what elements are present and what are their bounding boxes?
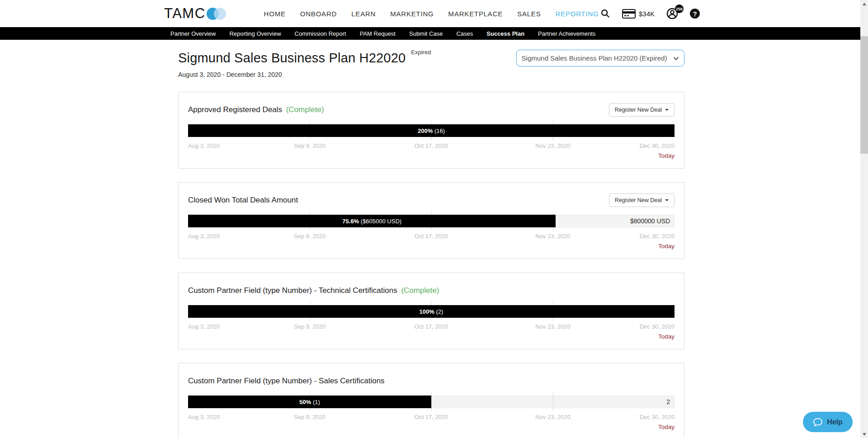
help-icon[interactable]: ? xyxy=(690,9,700,19)
goal-title: Closed Won Total Deals Amount xyxy=(188,196,298,205)
subnav-partner-achievements[interactable]: Partner Achievements xyxy=(538,30,595,37)
scrollbar[interactable] xyxy=(860,0,868,438)
register-new-deal-button[interactable]: Register New Deal xyxy=(609,193,675,207)
progress-label: 100% (2) xyxy=(420,308,443,315)
help-chat-button[interactable]: Help xyxy=(803,412,853,432)
register-new-deal-button[interactable]: Register New Deal xyxy=(609,103,675,117)
goal-title: Approved Registered Deals (Complete) xyxy=(188,105,324,114)
chevron-down-icon xyxy=(673,57,679,61)
credit-card-icon xyxy=(622,9,636,19)
caret-down-icon xyxy=(665,109,669,111)
logo-text: TAMC xyxy=(164,5,206,22)
progress-bar: 100% (2) xyxy=(188,305,675,318)
nav-sales[interactable]: SALES xyxy=(517,10,541,18)
today-label: Today xyxy=(188,424,675,430)
goal-status: (Complete) xyxy=(401,286,439,295)
user-notifications[interactable]: 256 xyxy=(666,8,678,19)
chat-bubble-icon xyxy=(813,418,823,427)
goal-card-sales-certifications: Custom Partner Field (type Number) - Sal… xyxy=(178,363,684,438)
target-label: $800000 USD xyxy=(630,217,670,225)
today-label: Today xyxy=(188,152,675,159)
logo-mark xyxy=(207,8,226,20)
subnav-submit-case[interactable]: Submit Case xyxy=(409,30,443,37)
subnav-cases[interactable]: Cases xyxy=(456,30,473,37)
gridline-50 xyxy=(431,392,432,411)
goal-card-closed-won-total: Closed Won Total Deals Amount Register N… xyxy=(178,182,684,259)
progress-bar-fill: 75.6% ($605000 USD) xyxy=(188,215,556,227)
goal-card-technical-certifications: Custom Partner Field (type Number) - Tec… xyxy=(178,273,684,349)
balance-widget[interactable]: $34K xyxy=(622,9,655,19)
plan-date-range: August 3, 2020 - December 31, 2020 xyxy=(178,71,431,78)
subnav-commission-report[interactable]: Commission Report xyxy=(295,30,346,37)
nav-onboard[interactable]: ONBOARD xyxy=(300,10,337,18)
progress-bar: 200% (16) xyxy=(188,124,675,137)
timeline-dates: Aug 3, 2020 Sep 9, 2020 Oct 17, 2020 Nov… xyxy=(188,142,675,150)
plan-select-dropdown[interactable]: Sigmund Sales Business Plan H22020 (Expi… xyxy=(516,50,684,66)
goal-status: (Complete) xyxy=(286,105,324,114)
notification-badge: 256 xyxy=(675,5,684,13)
today-label: Today xyxy=(188,333,675,340)
progress-bar-fill: 50% (1) xyxy=(188,396,431,408)
scrollbar-up-arrow[interactable] xyxy=(860,0,868,8)
timeline-dates: Aug 3, 2020 Sep 9, 2020 Oct 17, 2020 Nov… xyxy=(188,323,675,330)
nav-learn[interactable]: LEARN xyxy=(351,10,376,18)
progress-label: 50% (1) xyxy=(299,399,320,405)
timeline-dates: Aug 3, 2020 Sep 9, 2020 Oct 17, 2020 Nov… xyxy=(188,414,675,421)
scrollbar-down-arrow[interactable] xyxy=(860,430,868,438)
goal-title: Custom Partner Field (type Number) - Sal… xyxy=(188,377,385,386)
progress-label: 75.6% ($605000 USD) xyxy=(342,218,401,225)
caret-down-icon xyxy=(665,199,669,201)
nav-marketing[interactable]: MARKETING xyxy=(390,10,434,18)
plan-status-label: Expired xyxy=(411,49,431,56)
nav-marketplace[interactable]: MARKETPLACE xyxy=(448,10,503,18)
goal-card-approved-registered-deals: Approved Registered Deals (Complete) Reg… xyxy=(178,92,684,169)
header-icons: $34K 256 ? xyxy=(600,0,700,27)
title-row: Sigmund Sales Business Plan H22020Expire… xyxy=(178,49,684,78)
subnav-success-plan[interactable]: Success Plan xyxy=(486,30,524,37)
progress-label: 200% (16) xyxy=(418,127,445,134)
logo-circle-light xyxy=(214,8,226,20)
top-header: TAMC HOME ONBOARD LEARN MARKETING MARKET… xyxy=(0,0,868,27)
today-label: Today xyxy=(188,243,675,250)
subnav-partner-overview[interactable]: Partner Overview xyxy=(170,30,216,37)
subnav-reporting-overview[interactable]: Reporting Overview xyxy=(229,30,281,37)
main-nav: HOME ONBOARD LEARN MARKETING MARKETPLACE… xyxy=(264,10,599,18)
nav-home[interactable]: HOME xyxy=(264,10,286,18)
progress-bar: 75.6% ($605000 USD) $800000 USD xyxy=(188,215,675,227)
nav-reporting[interactable]: REPORTING xyxy=(555,10,599,18)
balance-amount: $34K xyxy=(639,10,655,18)
plan-select-value: Sigmund Sales Business Plan H22020 (Expi… xyxy=(522,54,667,62)
goal-title: Custom Partner Field (type Number) - Tec… xyxy=(188,286,439,295)
subnav-pam-request[interactable]: PAM Request xyxy=(360,30,396,37)
sub-nav: Partner Overview Reporting Overview Comm… xyxy=(0,27,868,40)
title-block: Sigmund Sales Business Plan H22020Expire… xyxy=(178,49,431,78)
page-title: Sigmund Sales Business Plan H22020 xyxy=(178,51,406,65)
scrollbar-thumb[interactable] xyxy=(860,36,868,154)
search-icon[interactable] xyxy=(600,9,610,19)
main-content: Sigmund Sales Business Plan H22020Expire… xyxy=(178,49,684,438)
timeline-dates: Aug 3, 2020 Sep 9, 2020 Oct 17, 2020 Nov… xyxy=(188,233,675,240)
progress-bar: 50% (1) 2 xyxy=(188,396,675,408)
logo[interactable]: TAMC xyxy=(164,5,226,22)
gridline-75 xyxy=(553,392,553,411)
target-label: 2 xyxy=(666,398,670,405)
